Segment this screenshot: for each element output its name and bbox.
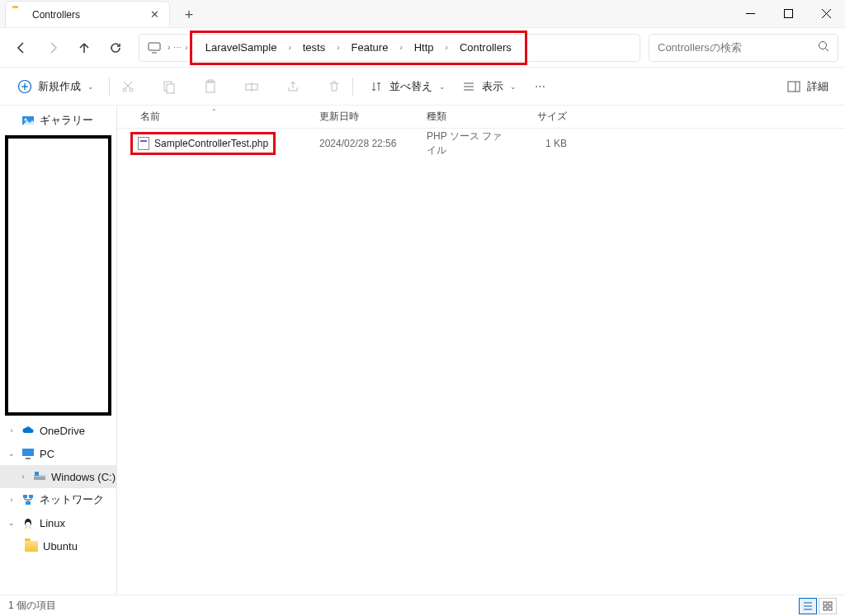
refresh-button[interactable] (101, 33, 130, 63)
close-window-button[interactable] (807, 0, 845, 27)
breadcrumb-item[interactable]: Controllers (450, 38, 522, 57)
svg-point-6 (819, 42, 827, 49)
sort-icon (368, 78, 385, 95)
svg-rect-16 (167, 84, 174, 93)
linux-icon (21, 516, 35, 529)
chevron-down-icon: ⌄ (87, 82, 94, 91)
details-pane-icon (786, 78, 802, 95)
separator (352, 78, 353, 96)
svg-rect-32 (35, 472, 39, 476)
view-button[interactable]: 表示 ⌄ (456, 73, 522, 100)
file-row[interactable]: SampleControllerTest.php 2024/02/28 22:5… (117, 129, 845, 158)
file-type: PHP ソース ファイル (418, 129, 509, 158)
gallery-icon (21, 114, 35, 127)
chevron-right-icon[interactable]: › (18, 473, 28, 481)
svg-line-13 (125, 82, 132, 88)
chevron-down-icon[interactable]: ⌄ (7, 449, 17, 458)
close-tab-icon[interactable]: ✕ (147, 7, 163, 22)
minimize-button[interactable] (731, 0, 769, 27)
chevron-right-icon[interactable]: › (183, 43, 189, 52)
chevron-down-icon[interactable]: ⌄ (7, 519, 17, 527)
chevron-right-icon[interactable]: › (398, 43, 404, 52)
breadcrumb-item[interactable]: Http (404, 38, 444, 57)
pc-icon (21, 447, 35, 460)
chevron-right-icon[interactable]: › (166, 43, 172, 52)
tab-controllers[interactable]: Controllers ✕ (5, 1, 170, 27)
header-type[interactable]: 種類 (418, 110, 509, 124)
up-button[interactable] (69, 33, 99, 63)
header-name[interactable]: ⌃ 名前 (117, 110, 311, 124)
chevron-down-icon: ⌄ (510, 82, 517, 91)
sidebar-item-label: Ubuntu (43, 540, 78, 553)
file-size: 1 KB (509, 138, 575, 149)
breadcrumb-item[interactable]: Feature (342, 38, 399, 57)
sidebar-item-label: PC (40, 448, 54, 460)
content-area: ⌃ 名前 更新日時 種類 サイズ SampleControllerTest.ph… (117, 106, 845, 595)
svg-rect-35 (26, 501, 31, 505)
drive-icon (33, 470, 46, 483)
svg-rect-44 (828, 607, 832, 610)
cloud-icon (21, 424, 35, 437)
sidebar-item-linux[interactable]: ⌄ Linux (0, 511, 116, 534)
tab-title: Controllers (32, 9, 80, 21)
svg-rect-4 (149, 43, 160, 50)
nav-bar: › ⋯ › LaravelSample › tests › Feature › … (0, 28, 845, 68)
chevron-right-icon[interactable]: › (444, 43, 450, 52)
folder-icon (25, 539, 38, 553)
view-icon (460, 78, 477, 95)
svg-rect-33 (23, 495, 27, 498)
more-button[interactable]: ⋯ (526, 73, 553, 100)
sidebar-item-gallery[interactable]: ギャラリー (0, 109, 116, 132)
delete-icon[interactable] (326, 78, 342, 95)
share-icon[interactable] (285, 78, 301, 95)
column-headers: ⌃ 名前 更新日時 種類 サイズ (117, 106, 845, 129)
new-tab-button[interactable]: + (177, 2, 201, 27)
header-size[interactable]: サイズ (509, 110, 575, 124)
details-view-button[interactable] (799, 598, 817, 614)
svg-point-37 (26, 522, 31, 527)
more-icon[interactable]: ⋯ (172, 43, 183, 52)
sidebar-item-label: Windows (C:) (51, 471, 116, 483)
header-date[interactable]: 更新日時 (311, 110, 418, 124)
search-icon[interactable] (818, 40, 829, 54)
monitor-icon[interactable] (143, 41, 166, 54)
php-file-icon (138, 137, 149, 150)
maximize-button[interactable] (769, 0, 807, 27)
breadcrumb[interactable]: › ⋯ › LaravelSample › tests › Feature › … (139, 34, 640, 62)
back-button[interactable] (7, 33, 36, 63)
svg-rect-42 (828, 602, 832, 605)
cut-icon[interactable] (120, 78, 136, 95)
search-input[interactable]: Controllersの検索 (649, 34, 838, 62)
search-placeholder: Controllersの検索 (658, 40, 742, 55)
copy-icon[interactable] (161, 78, 177, 95)
sidebar: ギャラリー › OneDrive ⌄ PC › Windows (C:) › ネ… (0, 106, 117, 595)
breadcrumb-item[interactable]: LaravelSample (196, 38, 287, 57)
folder-icon (12, 8, 26, 21)
sort-button[interactable]: 並べ替え ⌄ (363, 73, 451, 100)
sidebar-item-ubuntu[interactable]: Ubuntu (0, 534, 116, 557)
sidebar-item-label: Linux (40, 517, 65, 529)
paste-icon[interactable] (202, 78, 219, 95)
redacted-area (5, 135, 111, 416)
sidebar-item-label: ネットワーク (40, 492, 104, 507)
chevron-right-icon[interactable]: › (7, 496, 17, 504)
sort-indicator-icon: ⌃ (211, 108, 217, 115)
forward-button[interactable] (38, 33, 68, 63)
chevron-right-icon[interactable]: › (286, 43, 292, 52)
rename-icon[interactable] (243, 78, 260, 95)
new-button[interactable]: 新規作成 ⌄ (12, 73, 99, 100)
icons-view-button[interactable] (819, 598, 837, 614)
sidebar-item-pc[interactable]: ⌄ PC (0, 442, 116, 465)
svg-point-12 (130, 88, 133, 92)
sidebar-item-windows-c[interactable]: › Windows (C:) (0, 465, 116, 488)
svg-rect-28 (22, 449, 34, 456)
chevron-right-icon[interactable]: › (7, 426, 17, 435)
sidebar-item-network[interactable]: › ネットワーク (0, 488, 116, 511)
item-count: 1 個の項目 (8, 599, 56, 613)
chevron-down-icon: ⌄ (439, 82, 446, 91)
details-button[interactable]: 詳細 (781, 73, 833, 100)
chevron-right-icon[interactable]: › (335, 43, 341, 52)
file-name: SampleControllerTest.php (154, 138, 268, 149)
breadcrumb-item[interactable]: tests (293, 38, 335, 57)
sidebar-item-onedrive[interactable]: › OneDrive (0, 419, 116, 442)
